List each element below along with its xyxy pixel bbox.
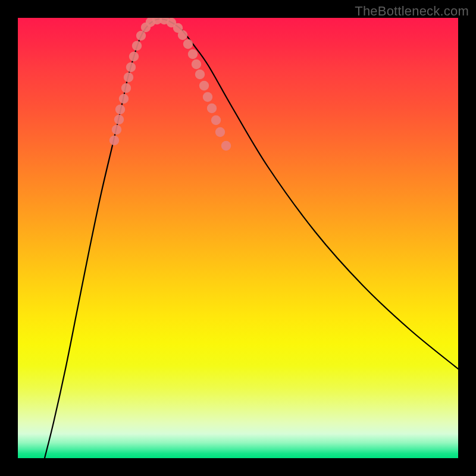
data-point (207, 104, 217, 113)
data-point (132, 41, 142, 51)
data-point (221, 141, 231, 151)
data-point (114, 115, 124, 124)
data-point (115, 105, 125, 114)
data-point (136, 31, 146, 40)
data-point (188, 49, 198, 59)
outer-frame: TheBottleneck.com (0, 0, 476, 476)
data-point (119, 94, 129, 104)
data-point (124, 73, 133, 82)
data-point (112, 125, 121, 134)
chart-svg (18, 18, 458, 458)
data-point (195, 70, 205, 79)
data-points-group (109, 18, 231, 151)
data-point (192, 60, 201, 69)
plot-area (18, 18, 458, 458)
data-point (203, 92, 212, 102)
data-point (215, 127, 225, 137)
data-point (211, 115, 221, 125)
data-point (126, 62, 136, 72)
attribution-text: TheBottleneck.com (355, 4, 469, 19)
bottleneck-curve (45, 19, 458, 458)
data-point (178, 30, 187, 40)
data-point (183, 39, 193, 49)
data-point (199, 81, 209, 90)
data-point (129, 52, 139, 61)
data-point (121, 83, 131, 93)
data-point (109, 136, 119, 145)
